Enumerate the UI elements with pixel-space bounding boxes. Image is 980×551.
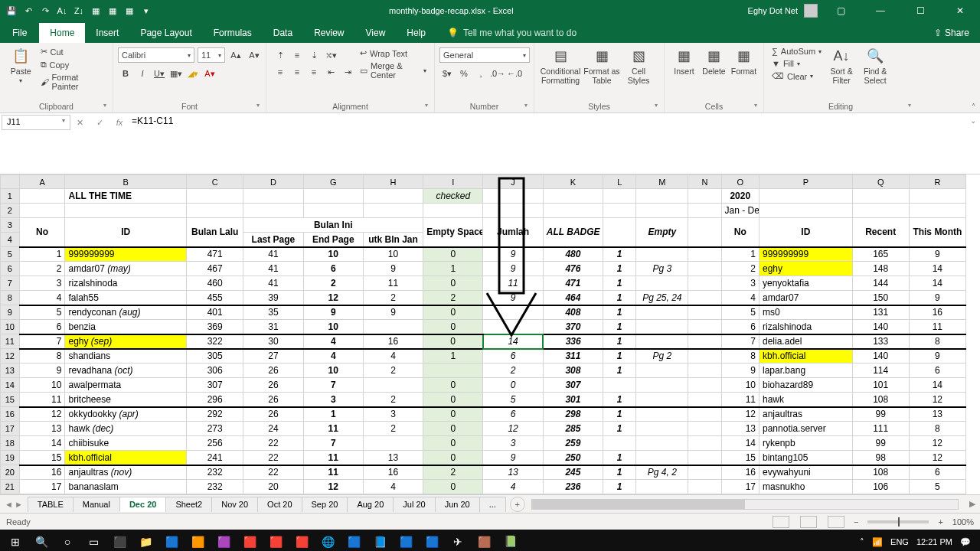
fill-color-button[interactable]: ◢▾	[185, 66, 201, 81]
excel-icon[interactable]: 📗	[498, 531, 522, 551]
sheet-tab[interactable]: Jun 20	[435, 497, 480, 512]
sort-desc-icon[interactable]: Z↓	[72, 4, 86, 18]
sheet-tab[interactable]: Jul 20	[393, 497, 435, 512]
indent-inc-icon[interactable]: ⇥	[340, 64, 355, 80]
format-painter-button[interactable]: 🖌Format Painter	[39, 72, 106, 92]
col-header-H[interactable]: H	[363, 175, 423, 189]
cell[interactable]: 9	[483, 451, 543, 465]
sheet-tab[interactable]: Sheet2	[165, 497, 212, 512]
col-header-R[interactable]: R	[909, 175, 965, 189]
app5-icon[interactable]: 🟥	[237, 531, 262, 551]
lang-indicator[interactable]: ENG	[890, 537, 909, 546]
app7-icon[interactable]: 🟥	[289, 531, 314, 551]
taskview-icon[interactable]: ▭	[81, 531, 106, 551]
share-button[interactable]: ⇪Share	[923, 23, 980, 43]
font-size-combo[interactable]: 11▾	[198, 47, 225, 63]
app3-icon[interactable]: 🟧	[185, 531, 210, 551]
qat-icon-2[interactable]: ▦	[106, 4, 119, 18]
ribbon-options-icon[interactable]: ▢	[824, 0, 858, 21]
page-layout-view-icon[interactable]	[800, 516, 817, 528]
copy-button[interactable]: ⧉Copy	[39, 59, 106, 70]
insert-cells-button[interactable]: ▦Insert	[669, 44, 699, 80]
clock[interactable]: 12:21 PM	[916, 537, 952, 546]
cell[interactable]: 3	[483, 436, 543, 451]
wrap-text-button[interactable]: ↩Wrap Text	[358, 47, 428, 59]
name-box[interactable]: J11▾	[2, 115, 70, 130]
search-icon[interactable]: 🔍	[29, 531, 54, 551]
cell[interactable]: 4	[483, 480, 543, 494]
select-all-corner[interactable]	[1, 175, 20, 189]
number-format-combo[interactable]: General▾	[439, 47, 530, 63]
enter-icon[interactable]: ✓	[92, 115, 107, 130]
notifications-icon[interactable]: 💬	[960, 537, 971, 547]
italic-button[interactable]: I	[135, 66, 150, 81]
sheet-tab[interactable]: Nov 20	[211, 497, 258, 512]
sort-asc-icon[interactable]: A↓	[55, 4, 69, 18]
currency-icon[interactable]: $▾	[439, 66, 455, 81]
fill-button[interactable]: ▼Fill▾	[770, 58, 823, 69]
cell[interactable]: 0	[483, 378, 543, 393]
qat-more-icon[interactable]: ▾	[139, 4, 153, 18]
page-break-view-icon[interactable]	[828, 516, 844, 528]
cell[interactable]: 13	[483, 465, 543, 480]
comma-icon[interactable]: ,	[473, 66, 488, 81]
cancel-icon[interactable]: ✕	[72, 115, 87, 130]
percent-icon[interactable]: %	[456, 66, 472, 81]
col-header-G[interactable]: G	[303, 175, 363, 189]
tab-help[interactable]: Help	[396, 23, 436, 43]
col-header-P[interactable]: P	[760, 175, 853, 189]
normal-view-icon[interactable]	[773, 516, 789, 528]
conditional-formatting-button[interactable]: ▤Conditional Formatting	[539, 44, 582, 88]
sort-filter-button[interactable]: A↓Sort & Filter	[825, 44, 858, 88]
app2-icon[interactable]: 🟦	[159, 531, 184, 551]
cell[interactable]: 6	[483, 349, 543, 364]
merge-center-button[interactable]: ▭Merge & Center▾	[358, 60, 428, 80]
app8-icon[interactable]: 🟦	[341, 531, 366, 551]
tab-scroll-right-icon[interactable]: ►	[15, 500, 23, 509]
indent-dec-icon[interactable]: ⇤	[323, 64, 338, 80]
redo-icon[interactable]: ↷	[38, 4, 52, 18]
app9-icon[interactable]: 🟦	[394, 531, 418, 551]
col-header-K[interactable]: K	[543, 175, 603, 189]
tab-home[interactable]: Home	[39, 23, 85, 43]
increase-font-icon[interactable]: A▴	[228, 47, 243, 63]
chrome-icon[interactable]: 🌐	[315, 531, 340, 551]
align-center-icon[interactable]: ≡	[289, 64, 305, 80]
decrease-font-icon[interactable]: A▾	[247, 47, 262, 63]
zoom-in-icon[interactable]: +	[938, 517, 942, 527]
col-header-I[interactable]: I	[423, 175, 483, 189]
col-header-O[interactable]: O	[721, 175, 759, 189]
tab-insert[interactable]: Insert	[85, 23, 129, 43]
align-left-icon[interactable]: ≡	[273, 64, 288, 80]
cell[interactable]: 9	[483, 291, 543, 305]
cell-styles-button[interactable]: ▧Cell Styles	[622, 44, 655, 88]
align-bottom-icon[interactable]: ⇣	[306, 47, 322, 63]
align-middle-icon[interactable]: ≡	[289, 47, 305, 63]
format-cells-button[interactable]: ▦Format	[729, 44, 759, 80]
col-header-J[interactable]: J	[483, 175, 543, 189]
sheet-tab[interactable]: Dec 20	[119, 497, 166, 512]
increase-decimal-icon[interactable]: .0→	[490, 66, 505, 81]
start-icon[interactable]: ⊞	[3, 531, 28, 551]
word-icon[interactable]: 📘	[368, 531, 392, 551]
tab-file[interactable]: File	[0, 23, 39, 43]
cell[interactable]: 5	[483, 393, 543, 407]
sheet-tab[interactable]: Manual	[73, 497, 120, 512]
tray-chevron-icon[interactable]: ˄	[860, 537, 864, 547]
format-as-table-button[interactable]: ▦Format as Table	[582, 44, 622, 88]
border-button[interactable]: ▦▾	[168, 66, 184, 81]
save-icon[interactable]: 💾	[5, 4, 18, 18]
app6-icon[interactable]: 🟥	[263, 531, 288, 551]
sheet-tab[interactable]: ...	[479, 497, 506, 512]
sheet-tab[interactable]: Oct 20	[257, 497, 302, 512]
fx-icon[interactable]: fx	[112, 115, 127, 130]
app10-icon[interactable]: 🟦	[420, 531, 444, 551]
cell[interactable]: 11	[483, 276, 543, 291]
tab-review[interactable]: Review	[303, 23, 354, 43]
font-name-combo[interactable]: Calibri▾	[118, 47, 194, 63]
sheet-tab[interactable]: TABLE	[28, 497, 74, 512]
scroll-right-icon[interactable]: ▶	[965, 499, 980, 509]
horizontal-scrollbar[interactable]	[531, 499, 959, 510]
autosum-button[interactable]: ∑AutoSum▾	[770, 46, 823, 57]
qat-icon-1[interactable]: ▦	[89, 4, 103, 18]
